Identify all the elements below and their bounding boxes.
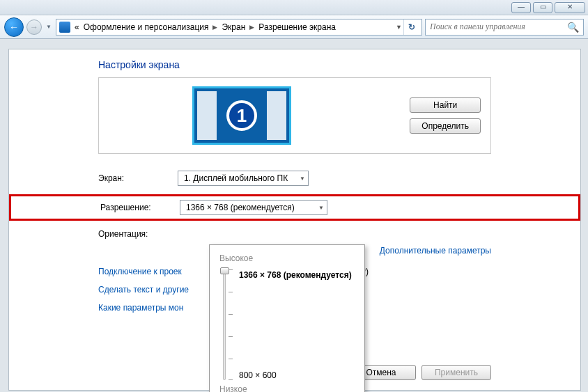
slider-track (223, 269, 226, 380)
page-title: Настройки экрана (9, 49, 580, 77)
resolution-value: 1366 × 768 (рекомендуется) (186, 203, 295, 212)
monitor-number-badge: 1 (226, 100, 257, 131)
chevron-down-icon: ▼ (318, 205, 324, 211)
monitor-side-buttons: Найти Определить (410, 97, 481, 134)
chevron-down-icon[interactable]: ▼ (396, 24, 402, 31)
projector-link[interactable]: Подключение к проек (98, 267, 182, 276)
display-row: Экран: 1. Дисплей мобильного ПК ▼ (9, 166, 580, 190)
history-dropdown[interactable]: ▼ (45, 18, 53, 36)
search-input[interactable] (430, 22, 567, 32)
search-button[interactable]: 🔍 (567, 22, 579, 33)
resolution-combo[interactable]: 1366 × 768 (рекомендуется) ▼ (180, 200, 327, 215)
slider-labels: 1366 × 768 (рекомендуется) 800 × 600 (239, 269, 352, 380)
chevron-right-icon: ▶ (212, 24, 217, 31)
resolution-dropdown-popup: Высокое 1366 × 768 (рекомендуется) 800 ×… (209, 244, 365, 392)
find-button[interactable]: Найти (410, 97, 481, 113)
search-bar: 🔍 (425, 19, 584, 36)
display-label: Экран: (98, 173, 164, 183)
title-bar: — ▭ ✕ (0, 0, 588, 15)
which-params-link[interactable]: Какие параметры мон (98, 303, 183, 313)
maximize-button[interactable]: ▭ (533, 2, 552, 13)
resolution-label: Разрешение: (100, 203, 166, 212)
breadcrumb-appearance[interactable]: Оформление и персонализация (84, 22, 209, 32)
slider-thumb[interactable] (220, 267, 229, 274)
apply-button[interactable]: Применить (421, 365, 491, 380)
nav-bar: ← → ▼ « Оформление и персонализация ▶ Эк… (0, 15, 588, 39)
back-button[interactable]: ← (4, 17, 24, 37)
resolution-high-label: Высокое (219, 253, 355, 263)
minimize-button[interactable]: — (511, 2, 531, 13)
display-value: 1. Дисплей мобильного ПК (184, 173, 288, 183)
display-combo[interactable]: 1. Дисплей мобильного ПК ▼ (178, 171, 309, 186)
monitor-window-right (267, 91, 286, 140)
breadcrumb-display[interactable]: Экран (222, 22, 245, 32)
resolution-row: Разрешение: 1366 × 768 (рекомендуется) ▼ (9, 194, 580, 221)
orientation-label: Ориентация: (98, 229, 164, 239)
resolution-slider[interactable] (219, 269, 229, 380)
breadcrumb-resolution[interactable]: Разрешение экрана (258, 22, 336, 32)
content-area: Настройки экрана 1 Найти Определить Экра… (8, 49, 581, 391)
text-size-link[interactable]: Сделать текст и другие (98, 285, 189, 295)
monitor-preview[interactable]: 1 (192, 86, 291, 145)
detect-button[interactable]: Определить (410, 118, 481, 134)
arrow-right-icon: → (30, 22, 38, 32)
monitor-preview-panel: 1 Найти Определить (98, 77, 491, 154)
resolution-current-label: 1366 × 768 (рекомендуется) (239, 270, 352, 280)
search-icon: 🔍 (567, 22, 579, 33)
address-bar[interactable]: « Оформление и персонализация ▶ Экран ▶ … (56, 19, 422, 36)
close-button[interactable]: ✕ (555, 2, 585, 13)
resolution-min-label: 800 × 600 (239, 370, 352, 380)
control-panel-icon (59, 22, 70, 33)
chevron-right-icon: ▶ (249, 24, 254, 31)
advanced-settings-link[interactable]: Дополнительные параметры (380, 246, 491, 256)
refresh-icon: ↻ (408, 22, 415, 32)
chevron-down-icon: ▼ (300, 175, 305, 182)
arrow-left-icon: ← (9, 22, 19, 33)
orientation-row: Ориентация: (9, 225, 580, 243)
forward-button[interactable]: → (26, 19, 42, 35)
resolution-low-label: Низкое (219, 384, 355, 392)
refresh-button[interactable]: ↻ (403, 19, 419, 35)
breadcrumb-chevrons[interactable]: « (75, 22, 79, 32)
monitor-window-left (197, 91, 217, 140)
